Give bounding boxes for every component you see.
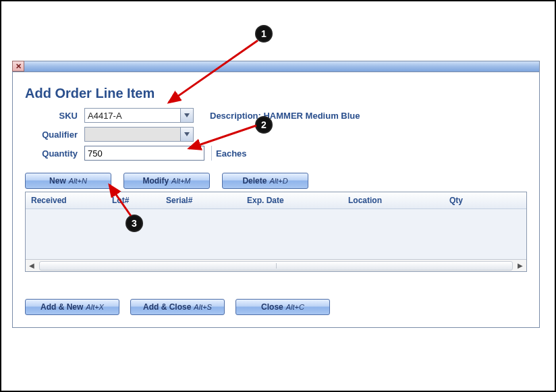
screenshot-frame: ✕ Add Order Line Item SKU Description: H… <box>0 0 556 392</box>
chevron-down-icon <box>184 113 190 117</box>
qualifier-label: Qualifier <box>25 130 84 140</box>
scroll-right-icon[interactable]: ▶ <box>514 260 526 272</box>
add-and-new-hotkey: Alt+X <box>86 303 104 311</box>
uom-label: Eaches <box>211 146 247 161</box>
close-button-label: Close <box>261 302 283 312</box>
sku-label: SKU <box>25 111 84 121</box>
qualifier-combo <box>84 127 194 142</box>
col-qty: Qty <box>449 196 503 205</box>
col-received: Received <box>31 196 112 205</box>
qualifier-dropdown-button[interactable] <box>180 127 194 142</box>
add-and-new-button[interactable]: Add & New Alt+X <box>25 299 119 315</box>
modify-button[interactable]: Modify Alt+M <box>123 173 210 189</box>
modify-button-label: Modify <box>142 176 169 186</box>
grid-header: Received Lot# Serial# Exp. Date Location… <box>26 192 526 209</box>
col-lot: Lot# <box>112 196 166 205</box>
action-button-row: New Alt+N Modify Alt+M Delete Alt+D <box>25 173 527 189</box>
modify-button-hotkey: Alt+M <box>171 177 190 185</box>
close-icon[interactable]: ✕ <box>12 61 24 72</box>
svg-marker-0 <box>184 113 190 117</box>
add-and-close-hotkey: Alt+S <box>194 303 212 311</box>
sku-dropdown-button[interactable] <box>180 108 194 123</box>
footer-button-row: Add & New Alt+X Add & Close Alt+S Close … <box>25 299 527 315</box>
scroll-left-icon[interactable]: ◀ <box>26 260 38 272</box>
callout-badge-1: 1 <box>255 25 273 43</box>
dialog-window: ✕ Add Order Line Item SKU Description: H… <box>12 61 540 328</box>
chevron-down-icon <box>184 132 190 136</box>
row-qualifier: Qualifier <box>25 127 527 142</box>
window-body: Add Order Line Item SKU Description: HAM… <box>13 72 539 327</box>
new-button-hotkey: Alt+N <box>69 177 87 185</box>
close-button-hotkey: Alt+C <box>286 303 304 311</box>
sku-combo <box>84 108 194 123</box>
svg-marker-1 <box>184 132 190 136</box>
add-and-new-label: Add & New <box>40 302 83 312</box>
horizontal-scrollbar[interactable]: ◀ ▶ <box>26 259 526 271</box>
quantity-input[interactable] <box>84 146 204 161</box>
description-value: HAMMER Medium Blue <box>263 111 360 121</box>
row-sku: SKU Description: HAMMER Medium Blue <box>25 108 527 123</box>
new-button-label: New <box>49 176 66 186</box>
add-and-close-button[interactable]: Add & Close Alt+S <box>130 299 225 315</box>
col-exp-date: Exp. Date <box>247 196 348 205</box>
sku-input[interactable] <box>84 108 180 123</box>
receipts-grid: Received Lot# Serial# Exp. Date Location… <box>25 192 527 272</box>
scroll-track[interactable] <box>39 261 513 271</box>
page-title: Add Order Line Item <box>25 86 527 101</box>
row-quantity: Quantity Eaches <box>25 146 527 161</box>
delete-button-label: Delete <box>242 176 267 186</box>
description-label: Description: <box>210 111 261 121</box>
new-button[interactable]: New Alt+N <box>25 173 111 189</box>
delete-button-hotkey: Alt+D <box>269 177 287 185</box>
description-text: Description: HAMMER Medium Blue <box>210 111 360 121</box>
delete-button[interactable]: Delete Alt+D <box>222 173 308 189</box>
qualifier-input[interactable] <box>84 127 180 142</box>
col-location: Location <box>348 196 449 205</box>
col-serial: Serial# <box>166 196 247 205</box>
grid-body <box>26 209 526 259</box>
titlebar: ✕ <box>13 61 539 72</box>
close-button[interactable]: Close Alt+C <box>235 299 330 315</box>
add-and-close-label: Add & Close <box>143 302 191 312</box>
quantity-label: Quantity <box>25 148 84 159</box>
